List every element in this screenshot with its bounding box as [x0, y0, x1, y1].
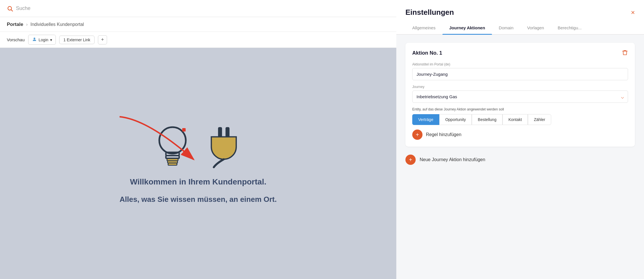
- delete-action-button[interactable]: [622, 50, 628, 57]
- bulb-icon: [153, 123, 192, 169]
- panel-body: Aktion No. 1 Aktionstitel im Portal (de)…: [396, 35, 644, 279]
- panel-title: Einstellungen: [405, 8, 454, 17]
- plus-icon: +: [409, 157, 412, 163]
- add-rule-label: Regel hinzufügen: [426, 132, 462, 137]
- entity-buttons: Verträge Opportunity Bestellung Kontakt …: [412, 114, 628, 125]
- add-rule-button[interactable]: +: [412, 130, 423, 140]
- title-field-label: Aktionstitel im Portal (de): [412, 62, 628, 66]
- svg-rect-10: [226, 127, 229, 137]
- breadcrumb-separator: ›: [26, 22, 28, 27]
- chevron-down-icon: ⌵: [621, 94, 624, 100]
- search-icon: [7, 5, 13, 12]
- panel-header: Einstellungen ×: [396, 0, 644, 17]
- action-card: Aktion No. 1 Aktionstitel im Portal (de)…: [405, 43, 635, 147]
- left-panel: Suche Portale › Individuelles Kundenport…: [0, 0, 396, 279]
- close-button[interactable]: ×: [631, 9, 635, 16]
- breadcrumb-current: Individuelles Kundenportal: [30, 22, 84, 27]
- action-number: Aktion No. 1: [412, 50, 442, 56]
- svg-point-3: [159, 127, 186, 153]
- ext-link-label: 1 Externer Link: [63, 38, 90, 42]
- entity-btn-zaehler[interactable]: Zähler: [528, 114, 551, 125]
- journey-select-wrap: ⌵: [412, 91, 628, 103]
- entity-btn-kontakt[interactable]: Kontakt: [503, 114, 528, 125]
- new-journey-row: + Neue Journey Aktion hinzufügen: [405, 152, 635, 167]
- red-dot-indicator: [182, 128, 186, 132]
- trash-icon: [622, 50, 628, 56]
- login-button[interactable]: Login ▾: [28, 35, 56, 45]
- portal-title: Willkommen in Ihrem Kundenportal.: [130, 177, 266, 186]
- entity-btn-vertraege[interactable]: Verträge: [412, 114, 439, 125]
- ext-link-button[interactable]: 1 Externer Link: [59, 36, 95, 44]
- portal-subtitle: Alles, was Sie wissen müssen, an einem O…: [120, 195, 277, 204]
- new-journey-label: Neue Journey Aktion hinzufügen: [420, 157, 485, 162]
- svg-rect-8: [168, 163, 177, 165]
- chevron-down-icon: ▾: [50, 38, 52, 42]
- add-rule-row: + Regel hinzufügen: [412, 130, 628, 140]
- svg-rect-9: [218, 127, 222, 137]
- user-icon: [32, 37, 37, 43]
- add-button[interactable]: +: [98, 35, 107, 44]
- tab-allgemeines[interactable]: Allgemeines: [405, 21, 442, 34]
- new-journey-button[interactable]: +: [405, 155, 416, 165]
- svg-rect-5: [166, 155, 179, 158]
- entity-label: Entity, auf das diese Journey Aktion ang…: [412, 107, 628, 111]
- plus-icon: +: [416, 132, 419, 138]
- search-input-placeholder[interactable]: Suche: [16, 5, 30, 11]
- login-label: Login: [39, 38, 48, 42]
- journey-field-group: Journey ⌵: [412, 85, 628, 103]
- preview-label: Vorschau: [7, 37, 25, 42]
- top-bar: Suche: [0, 0, 396, 17]
- journey-select-input[interactable]: [412, 91, 628, 103]
- tab-journey-aktionen[interactable]: Journey Aktionen: [442, 21, 492, 34]
- add-icon: +: [101, 37, 104, 43]
- svg-line-1: [11, 10, 13, 11]
- action-card-header: Aktion No. 1: [412, 50, 628, 57]
- portal-content: Willkommen in Ihrem Kundenportal. Alles,…: [0, 48, 396, 279]
- panel-tabs: Allgemeines Journey Aktionen Domain Vorl…: [396, 21, 644, 35]
- tab-berechtigungen[interactable]: Berechtigu...: [551, 21, 588, 34]
- entity-btn-opportunity[interactable]: Opportunity: [439, 114, 472, 125]
- plug-icon: [204, 123, 244, 169]
- svg-point-2: [34, 38, 35, 39]
- journey-field-label: Journey: [412, 85, 628, 89]
- breadcrumb: Portale › Individuelles Kundenportal: [0, 17, 396, 32]
- breadcrumb-root[interactable]: Portale: [7, 22, 23, 27]
- entity-btn-bestellung[interactable]: Bestellung: [472, 114, 502, 125]
- right-panel: Einstellungen × Allgemeines Journey Akti…: [396, 0, 644, 279]
- tab-vorlagen[interactable]: Vorlagen: [520, 21, 551, 34]
- preview-bar: Vorschau Login ▾ 1 Externer Link +: [0, 32, 396, 48]
- title-field-input[interactable]: [412, 68, 628, 80]
- title-field-group: Aktionstitel im Portal (de): [412, 62, 628, 80]
- tab-domain[interactable]: Domain: [492, 21, 520, 34]
- portal-icons: [153, 123, 244, 169]
